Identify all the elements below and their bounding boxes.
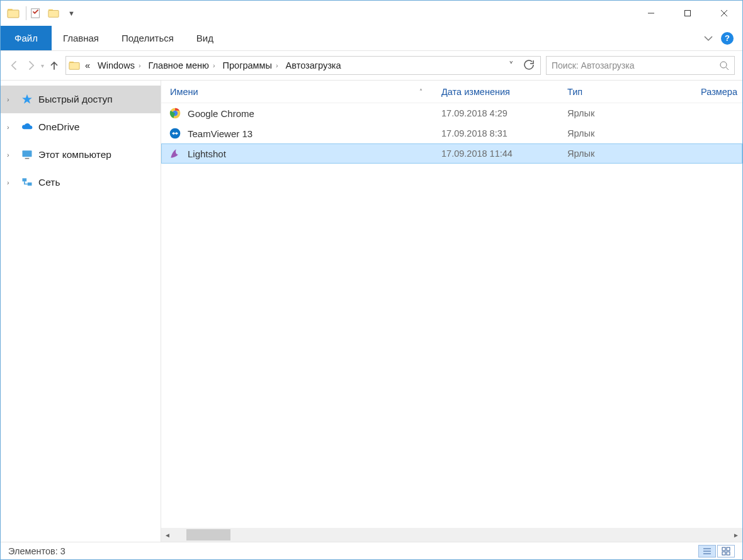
lightshot-icon [169,147,181,160]
file-name: TeamViewer 13 [188,128,252,139]
breadcrumb-item[interactable]: Программы› [220,60,281,70]
quick-access-toolbar: ▼ [30,8,75,19]
scroll-left-icon[interactable]: ◄ [161,532,174,539]
new-folder-icon[interactable] [48,8,59,19]
tab-share[interactable]: Поделиться [110,26,185,50]
explorer-window: ▼ Файл Главная Поделиться Вид ? ▾ « Wind… [0,0,743,560]
breadcrumb-item[interactable]: Главное меню› [146,60,218,70]
svg-rect-13 [23,150,32,157]
status-bar: Элементов: 3 [1,542,742,559]
sidebar-item-label: Сеть [38,177,60,188]
separator [26,6,26,20]
tab-home[interactable]: Главная [52,26,110,50]
svg-rect-4 [48,11,59,18]
expand-icon[interactable]: › [7,123,16,131]
teamviewer-icon [169,127,181,140]
breadcrumb-item[interactable]: Автозагрузка [283,60,344,70]
view-details-button[interactable] [698,545,716,557]
column-headers: Имени ˄ Дата изменения Тип Размера [161,81,742,103]
content-pane: Имени ˄ Дата изменения Тип Размера Googl… [161,81,742,542]
file-row[interactable]: TeamViewer 13 17.09.2018 8:31 Ярлык [161,123,742,143]
tab-file[interactable]: Файл [1,26,52,50]
back-button[interactable] [8,59,21,72]
sidebar-item-label: OneDrive [38,121,79,133]
window-controls [633,1,742,26]
tab-view[interactable]: Вид [185,26,225,50]
file-date: 17.09.2018 8:31 [441,128,567,138]
svg-point-11 [720,62,727,68]
breadcrumb-prefix: « [82,60,93,70]
sidebar-item-onedrive[interactable]: › OneDrive [1,113,161,141]
svg-rect-14 [25,158,30,159]
view-toggles [698,545,735,557]
properties-icon[interactable] [30,8,42,19]
up-button[interactable] [48,59,60,72]
navigation-row: ▾ « Windows› Главное меню› Программы› Ав… [1,51,742,80]
scroll-thumb[interactable] [186,529,230,540]
column-header-type[interactable]: Тип [567,87,693,97]
svg-rect-23 [722,547,725,551]
file-name: Lightshot [188,148,226,159]
horizontal-scrollbar[interactable]: ◄ ► [161,528,742,542]
qat-dropdown-icon[interactable]: ▼ [68,9,75,17]
file-name: Google Chrome [188,108,254,119]
sidebar-item-quick-access[interactable]: › Быстрый доступ [1,86,161,113]
status-count: 3 [60,546,65,556]
ribbon-collapse-icon[interactable] [703,33,713,43]
help-button[interactable]: ? [721,32,734,45]
file-type: Ярлык [567,148,693,159]
chevron-right-icon: › [213,62,215,69]
svg-rect-26 [727,552,730,555]
expand-icon[interactable]: › [7,179,16,186]
star-icon [21,93,33,106]
file-type: Ярлык [567,128,693,138]
sidebar-item-label: Этот компьютер [38,149,111,160]
file-row[interactable]: Lightshot 17.09.2018 11:44 Ярлык [161,143,742,164]
nav-buttons: ▾ [8,59,60,72]
sidebar-item-this-pc[interactable]: › Этот компьютер [1,141,161,169]
status-label: Элементов: [8,546,58,556]
folder-icon [7,7,20,20]
svg-line-12 [726,67,729,70]
view-thumbnails-button[interactable] [717,545,735,557]
svg-rect-1 [8,10,19,18]
chevron-right-icon: › [276,62,278,69]
forward-button[interactable] [25,59,37,72]
network-icon [21,176,33,189]
address-dropdown-icon[interactable]: ˅ [505,60,518,70]
column-header-size[interactable]: Размера [693,87,742,97]
search-box[interactable] [546,56,735,75]
column-header-name[interactable]: Имени ˄ [161,87,441,97]
folder-icon [69,60,80,71]
onedrive-icon [21,121,33,133]
chevron-right-icon: › [139,62,141,69]
svg-rect-15 [23,178,27,181]
maximize-button[interactable] [669,1,706,26]
scroll-right-icon[interactable]: ► [730,532,742,539]
breadcrumb-item[interactable]: Windows› [95,60,144,70]
file-list: Google Chrome 17.09.2018 4:29 Ярлык Team… [161,103,742,528]
address-bar[interactable]: « Windows› Главное меню› Программы› Авто… [65,56,541,75]
file-row[interactable]: Google Chrome 17.09.2018 4:29 Ярлык [161,103,742,123]
titlebar: ▼ [1,1,742,26]
svg-rect-25 [722,552,725,555]
body: › Быстрый доступ › OneDrive › Этот компь… [1,80,742,542]
pc-icon [21,148,33,161]
file-date: 17.09.2018 11:44 [441,148,567,159]
svg-rect-24 [727,547,730,551]
close-button[interactable] [706,1,742,26]
sidebar-item-network[interactable]: › Сеть [1,169,161,196]
sidebar-item-label: Быстрый доступ [38,94,113,105]
recent-dropdown-icon[interactable]: ▾ [41,62,44,69]
expand-icon[interactable]: › [7,96,16,103]
ribbon: Файл Главная Поделиться Вид ? [1,26,742,51]
svg-rect-16 [28,182,32,186]
minimize-button[interactable] [633,1,669,26]
search-input[interactable] [552,60,719,70]
column-header-date[interactable]: Дата изменения [441,87,567,97]
sort-asc-icon: ˄ [419,88,423,95]
search-icon[interactable] [719,60,729,70]
refresh-button[interactable] [520,60,538,72]
svg-rect-10 [69,63,79,70]
expand-icon[interactable]: › [7,151,16,159]
